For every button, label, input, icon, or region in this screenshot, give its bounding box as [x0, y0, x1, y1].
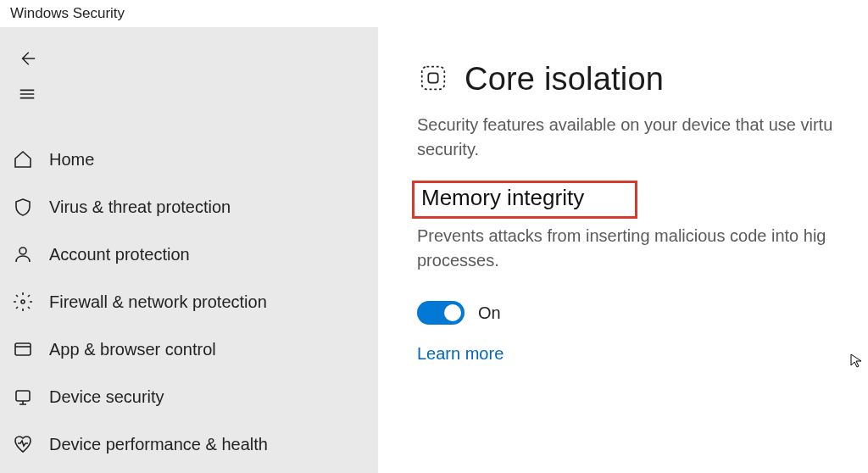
svg-point-0	[19, 248, 26, 254]
back-arrow-icon	[18, 49, 36, 71]
account-icon	[12, 243, 34, 265]
sidebar-item-virus[interactable]: Virus & threat protection	[0, 183, 378, 231]
section-description: Prevents attacks from inserting maliciou…	[417, 224, 868, 273]
page-title: Core isolation	[465, 61, 664, 97]
mouse-cursor-icon	[849, 353, 865, 368]
sidebar-item-label: Device security	[49, 387, 164, 407]
annotation-highlight: Memory integrity	[412, 181, 637, 219]
svg-rect-2	[15, 343, 31, 355]
learn-more-link[interactable]: Learn more	[417, 344, 504, 364]
sidebar-item-firewall[interactable]: Firewall & network protection	[0, 278, 378, 326]
firewall-icon	[12, 291, 34, 313]
hamburger-icon	[18, 85, 36, 107]
sidebar-item-label: Firewall & network protection	[49, 292, 267, 312]
sidebar: Home Virus & threat protection Account p…	[0, 27, 378, 473]
sidebar-item-label: Home	[49, 150, 94, 170]
sidebar-item-performance[interactable]: Device performance & health	[0, 420, 378, 468]
shield-icon	[12, 196, 34, 218]
device-security-icon	[12, 386, 34, 408]
sidebar-item-device-security[interactable]: Device security	[0, 373, 378, 420]
sidebar-item-app[interactable]: App & browser control	[0, 326, 378, 373]
core-isolation-icon	[417, 62, 449, 97]
sidebar-item-label: Virus & threat protection	[49, 198, 231, 217]
memory-integrity-toggle[interactable]	[417, 301, 465, 325]
sidebar-item-label: Device performance & health	[49, 435, 268, 454]
svg-rect-3	[16, 391, 30, 401]
main-content: Core isolation Security features availab…	[378, 27, 868, 473]
window-title: Windows Security	[0, 0, 868, 27]
back-button[interactable]	[3, 42, 51, 78]
section-title: Memory integrity	[420, 183, 587, 214]
svg-point-1	[21, 300, 25, 303]
page-description: Security features available on your devi…	[417, 113, 868, 162]
home-icon	[12, 148, 34, 170]
app-browser-icon	[12, 338, 34, 360]
svg-rect-5	[428, 73, 437, 82]
sidebar-item-label: Account protection	[49, 245, 190, 264]
heart-icon	[12, 433, 34, 455]
toggle-state-label: On	[478, 303, 501, 323]
menu-button[interactable]	[3, 78, 51, 114]
toggle-knob	[444, 304, 461, 321]
sidebar-item-home[interactable]: Home	[0, 136, 378, 183]
svg-rect-4	[422, 66, 445, 89]
sidebar-item-label: App & browser control	[49, 340, 216, 359]
sidebar-item-account[interactable]: Account protection	[0, 231, 378, 278]
